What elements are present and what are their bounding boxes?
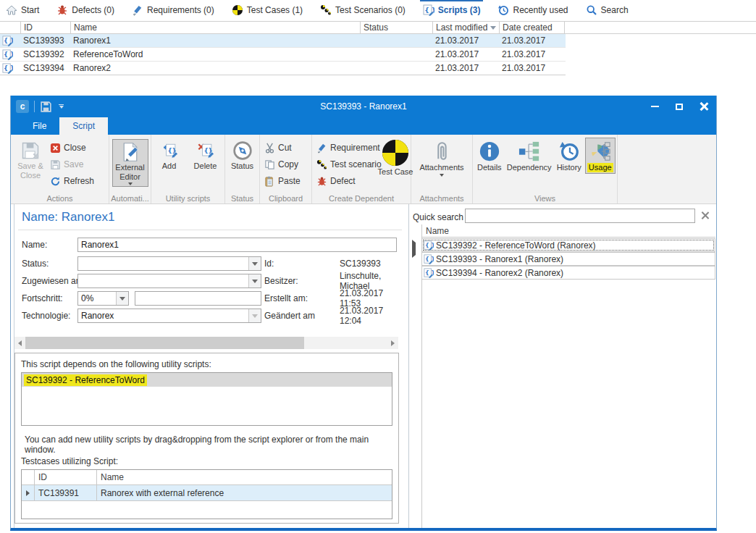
quick-search-column-header[interactable]: Name [421, 224, 715, 238]
add-utility-script-button[interactable]: {} Add [154, 138, 185, 172]
copy-button[interactable]: Copy [262, 157, 303, 172]
list-item[interactable]: { } SC139394 - Ranorex2 (Ranorex) [421, 266, 715, 280]
utility-scripts-list[interactable]: SC139392 - ReferenceToWord [21, 372, 392, 426]
scrollbar-thumb[interactable] [25, 337, 304, 349]
modified-value: 21.03.2017 12:04 [340, 306, 406, 326]
dropdown-arrow-icon [440, 174, 444, 177]
quick-search-input[interactable] [465, 209, 695, 223]
details-info-icon [479, 140, 500, 162]
testcases-table-header: ID Name [22, 470, 392, 485]
history-view-button[interactable]: History [555, 138, 584, 174]
cell-name: ReferenceToWord [70, 49, 360, 59]
quick-save-icon[interactable] [40, 101, 52, 113]
external-editor-button[interactable]: External Editor [112, 139, 148, 187]
close-search-icon[interactable] [700, 211, 710, 220]
create-test-scenario-button[interactable]: Test scenario [314, 157, 381, 172]
ribbon-group-label: Automati... [109, 194, 151, 203]
cell-id: SC139394 [20, 63, 70, 73]
close-button[interactable]: Close [48, 140, 96, 155]
assigned-to-select[interactable] [77, 274, 261, 288]
button-label: Details [477, 163, 502, 172]
button-label: Dependency [507, 163, 552, 172]
nav-tab-requirements[interactable]: Requirements (0) [129, 0, 217, 20]
column-header-date-created[interactable]: Date created [499, 22, 565, 33]
status-select[interactable] [77, 256, 261, 271]
bug-icon [56, 4, 68, 16]
chevron-down-icon[interactable] [248, 274, 261, 288]
details-view-button[interactable]: Details [475, 138, 504, 174]
cell-id: SC139393 [20, 35, 70, 46]
chevron-down-icon[interactable] [116, 292, 128, 305]
column-header-id[interactable]: ID [35, 470, 97, 484]
paste-button[interactable]: Paste [262, 174, 303, 188]
column-gutter [0, 22, 20, 33]
refresh-button[interactable]: Refresh [48, 174, 96, 188]
save-button[interactable]: Save [48, 157, 96, 172]
column-header-status[interactable]: Status [360, 22, 432, 33]
close-window-button[interactable] [692, 96, 716, 117]
field-label: Name: [22, 240, 47, 250]
cell-last-modified: 21.03.2017 [432, 63, 499, 73]
table-row[interactable]: { } SC139392 ReferenceToWord 21.03.2017 … [0, 48, 566, 62]
field-label: Status: [22, 259, 49, 269]
list-item[interactable]: SC139392 - ReferenceToWord [22, 373, 392, 387]
column-header-last-modified[interactable]: Last modified [432, 22, 499, 33]
maximize-button[interactable] [667, 96, 692, 117]
nav-tab-test-scenarios[interactable]: Test Scenarios (0) [317, 0, 408, 20]
field-label: Geändert am [264, 311, 315, 321]
status-compass-icon [232, 140, 253, 161]
paperclip-icon [431, 140, 453, 162]
field-label: Erstellt am: [264, 293, 308, 303]
technology-select: Ranorex [77, 309, 261, 323]
progress-select[interactable]: 0% [77, 291, 129, 306]
cut-button[interactable]: Cut [262, 140, 303, 155]
create-dependent-small-buttons: Requirement Test scenario Defect [314, 138, 381, 188]
list-item[interactable]: { } SC139392 - ReferenceToWord (Ranorex) [421, 238, 715, 252]
nav-tab-search[interactable]: Search [583, 0, 631, 20]
minimize-button[interactable] [642, 96, 667, 117]
save-and-close-button[interactable]: Save & Close [13, 138, 48, 181]
create-test-case-button[interactable]: Test Case [381, 138, 410, 178]
attachments-button[interactable]: Attachments [415, 138, 469, 178]
window-titlebar[interactable]: c SC139393 - Ranorex1 [11, 96, 716, 117]
name-field[interactable] [77, 238, 397, 252]
ribbon-group-views: Details Dependency History [473, 135, 618, 203]
button-label: Cut [278, 143, 292, 153]
column-gutter [22, 470, 35, 484]
delete-utility-script-button[interactable]: {} Delete [189, 138, 222, 172]
test-case-quadrant-icon [232, 4, 243, 16]
create-defect-button[interactable]: Defect [314, 174, 381, 188]
column-header-id[interactable]: ID [20, 22, 70, 33]
dependency-view-button[interactable]: Dependency [505, 138, 553, 174]
nav-tab-label: Scripts (3) [438, 5, 481, 15]
table-row[interactable]: TC139391 Ranorex with external reference [22, 485, 392, 501]
scroll-right-button[interactable] [387, 337, 398, 349]
script-icon: { } [424, 254, 434, 264]
customize-toolbar-chevron-icon[interactable] [59, 104, 64, 109]
nav-tab-test-cases[interactable]: Test Cases (1) [229, 0, 306, 20]
tab-script[interactable]: Script [59, 117, 108, 135]
nav-tab-scripts[interactable]: { } Scripts (3) [420, 0, 484, 20]
script-icon: { } [424, 268, 434, 278]
window-content: Name: Ranorex1 Name: Status: Id: SC13939… [11, 204, 716, 528]
column-header-name[interactable]: Name [70, 22, 360, 33]
nav-tab-recently-used[interactable]: Recently used [495, 0, 571, 20]
nav-tab-start[interactable]: Start [3, 0, 42, 20]
chevron-down-icon[interactable] [248, 257, 261, 270]
column-header-name[interactable]: Name [97, 470, 392, 484]
nav-tab-defects[interactable]: Defects (0) [54, 0, 117, 20]
test-scenario-icon [320, 4, 332, 16]
tab-file[interactable]: File [20, 117, 59, 135]
usage-view-button[interactable]: Usage [585, 138, 616, 174]
table-row[interactable]: { } SC139394 Ranorex2 21.03.2017 21.03.2… [0, 62, 566, 75]
home-icon [6, 4, 17, 16]
scroll-left-button[interactable] [14, 337, 25, 349]
status-button[interactable]: Status [227, 138, 257, 172]
list-item-label: SC139392 - ReferenceToWord (Ranorex) [436, 240, 596, 251]
test-case-quadrant-icon [382, 139, 409, 167]
progress-note-field[interactable] [135, 291, 261, 306]
list-item[interactable]: { } SC139393 - Ranorex1 (Ranorex) [421, 252, 715, 266]
horizontal-scrollbar[interactable] [14, 337, 398, 349]
table-row[interactable]: { } SC139393 Ranorex1 21.03.2017 21.03.2… [0, 34, 566, 48]
create-requirement-button[interactable]: Requirement [314, 140, 381, 155]
